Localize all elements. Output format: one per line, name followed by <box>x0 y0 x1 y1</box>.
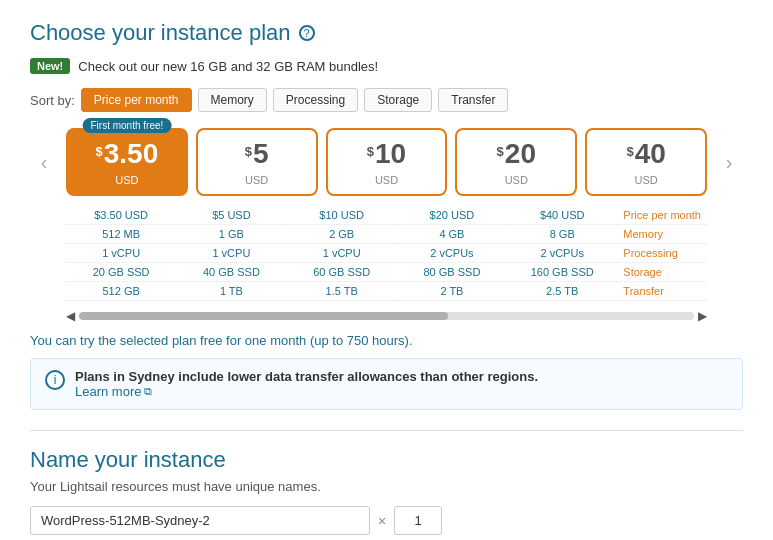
detail-cell: 80 GB SSD <box>397 263 507 282</box>
detail-cell: $20 USD <box>397 206 507 225</box>
sort-label: Sort by: <box>30 93 75 108</box>
name-input-row: × <box>30 506 743 535</box>
detail-cell: $5 USD <box>176 206 286 225</box>
scroll-thumb[interactable] <box>79 312 448 320</box>
plan-detail-col-3: $10 USD 2 GB 1 vCPU 60 GB SSD 1.5 TB <box>287 206 397 301</box>
plan-price-wrapper: $ 10 <box>367 140 406 168</box>
plan-card-40[interactable]: $ 40 USD <box>585 128 707 196</box>
plan-card-20[interactable]: $ 20 USD <box>455 128 577 196</box>
plan-detail-col-5: $40 USD 8 GB 2 vCPUs 160 GB SSD 2.5 TB <box>507 206 617 301</box>
plans-details-table: $3.50 USD 512 MB 1 vCPU 20 GB SSD 512 GB… <box>66 206 707 301</box>
plan-price-wrapper: $ 40 <box>626 140 665 168</box>
plan-price: 20 <box>505 140 536 168</box>
detail-right-labels: Price per month Memory Processing Storag… <box>617 206 707 301</box>
plan-dollar-sign: $ <box>367 144 374 159</box>
info-icon: i <box>45 370 65 390</box>
horizontal-scrollbar[interactable]: ◀ ▶ <box>66 309 707 323</box>
plans-carousel: ‹ First month free! $ 3.50 USD $ 5 USD $… <box>30 128 743 196</box>
plan-card-5[interactable]: $ 5 USD <box>196 128 318 196</box>
plan-card-350[interactable]: First month free! $ 3.50 USD <box>66 128 188 196</box>
detail-cell: 1.5 TB <box>287 282 397 301</box>
plan-currency: USD <box>245 174 268 186</box>
plan-price: 3.50 <box>104 140 159 168</box>
label-transfer: Transfer <box>617 282 707 301</box>
plan-dollar-sign: $ <box>626 144 633 159</box>
new-badge: New! <box>30 58 70 74</box>
scroll-right-arrow[interactable]: ▶ <box>698 309 707 323</box>
plan-dollar-sign: $ <box>497 144 504 159</box>
times-symbol: × <box>378 513 386 529</box>
sort-btn-memory[interactable]: Memory <box>198 88 267 112</box>
detail-cell: $40 USD <box>507 206 617 225</box>
plan-currency: USD <box>505 174 528 186</box>
carousel-left-arrow[interactable]: ‹ <box>30 148 58 176</box>
plan-price: 10 <box>375 140 406 168</box>
carousel-right-arrow[interactable]: › <box>715 148 743 176</box>
label-price: Price per month <box>617 206 707 225</box>
detail-cell: 4 GB <box>397 225 507 244</box>
quantity-input[interactable] <box>394 506 442 535</box>
detail-cell: 2.5 TB <box>507 282 617 301</box>
page-title: Choose your instance plan ? <box>30 20 743 46</box>
new-banner: New! Check out our new 16 GB and 32 GB R… <box>30 58 743 74</box>
detail-cell: 1 GB <box>176 225 286 244</box>
plan-detail-col-4: $20 USD 4 GB 2 vCPUs 80 GB SSD 2 TB <box>397 206 507 301</box>
instance-name-input[interactable] <box>30 506 370 535</box>
plans-list: First month free! $ 3.50 USD $ 5 USD $ 1… <box>66 128 707 196</box>
scroll-left-arrow[interactable]: ◀ <box>66 309 75 323</box>
sort-btn-price[interactable]: Price per month <box>81 88 192 112</box>
name-section-title: Name your instance <box>30 447 743 473</box>
plan-price-wrapper: $ 5 <box>245 140 269 168</box>
plan-currency: USD <box>115 174 138 186</box>
sort-btn-processing[interactable]: Processing <box>273 88 358 112</box>
label-storage: Storage <box>617 263 707 282</box>
info-text: Plans in Sydney include lower data trans… <box>75 369 538 384</box>
info-box-content: Plans in Sydney include lower data trans… <box>75 369 538 399</box>
first-month-badge: First month free! <box>82 118 171 133</box>
detail-cell: 8 GB <box>507 225 617 244</box>
detail-cell: 1 vCPU <box>66 244 176 263</box>
info-box: i Plans in Sydney include lower data tra… <box>30 358 743 410</box>
sort-row: Sort by: Price per month Memory Processi… <box>30 88 743 112</box>
detail-cell: 512 MB <box>66 225 176 244</box>
plan-currency: USD <box>375 174 398 186</box>
detail-cell: 512 GB <box>66 282 176 301</box>
plan-price-wrapper: $ 20 <box>497 140 536 168</box>
label-memory: Memory <box>617 225 707 244</box>
detail-cell: 40 GB SSD <box>176 263 286 282</box>
plan-card-10[interactable]: $ 10 USD <box>326 128 448 196</box>
detail-cell: 2 GB <box>287 225 397 244</box>
detail-cell: 1 vCPU <box>287 244 397 263</box>
section-divider <box>30 430 743 431</box>
plan-detail-col-2: $5 USD 1 GB 1 vCPU 40 GB SSD 1 TB <box>176 206 286 301</box>
sort-btn-storage[interactable]: Storage <box>364 88 432 112</box>
help-icon[interactable]: ? <box>299 25 315 41</box>
detail-cell: $3.50 USD <box>66 206 176 225</box>
plan-dollar-sign: $ <box>245 144 252 159</box>
plan-detail-col-1: $3.50 USD 512 MB 1 vCPU 20 GB SSD 512 GB <box>66 206 176 301</box>
plan-price: 40 <box>635 140 666 168</box>
learn-more-text: Learn more <box>75 384 141 399</box>
plan-dollar-sign: $ <box>96 144 103 159</box>
free-trial-notice: You can try the selected plan free for o… <box>30 333 743 348</box>
label-processing: Processing <box>617 244 707 263</box>
detail-cell: 160 GB SSD <box>507 263 617 282</box>
detail-cell: 2 vCPUs <box>397 244 507 263</box>
new-banner-text: Check out our new 16 GB and 32 GB RAM bu… <box>78 59 378 74</box>
sort-btn-transfer[interactable]: Transfer <box>438 88 508 112</box>
detail-cell: 2 vCPUs <box>507 244 617 263</box>
detail-cell: 60 GB SSD <box>287 263 397 282</box>
detail-cell: $10 USD <box>287 206 397 225</box>
name-section-subtitle: Your Lightsail resources must have uniqu… <box>30 479 743 494</box>
detail-cell: 20 GB SSD <box>66 263 176 282</box>
scroll-track[interactable] <box>79 312 694 320</box>
plan-price-wrapper: $ 3.50 <box>96 140 159 168</box>
detail-cell: 2 TB <box>397 282 507 301</box>
plan-currency: USD <box>634 174 657 186</box>
detail-cell: 1 TB <box>176 282 286 301</box>
external-link-icon: ⧉ <box>144 385 152 398</box>
plan-price: 5 <box>253 140 269 168</box>
learn-more-link[interactable]: Learn more ⧉ <box>75 384 152 399</box>
detail-cell: 1 vCPU <box>176 244 286 263</box>
